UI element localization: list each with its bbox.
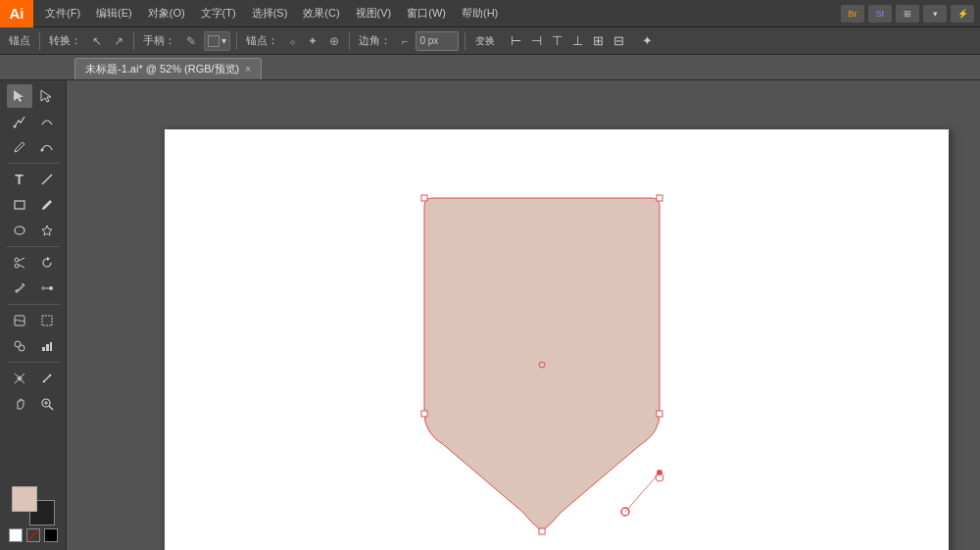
brush-tool[interactable] (34, 193, 60, 217)
menu-help[interactable]: 帮助(H) (454, 0, 506, 26)
align-center-h[interactable]: ⊣ (527, 31, 546, 51)
tab-close-btn[interactable]: × (245, 64, 251, 75)
align-top[interactable]: ⊥ (568, 31, 587, 51)
bridge-btn[interactable]: Br (841, 5, 864, 23)
black-swatch[interactable] (44, 528, 58, 542)
svg-rect-5 (15, 201, 24, 209)
transform-btn1[interactable]: ↖ (88, 31, 106, 51)
foreground-swatch[interactable] (12, 486, 37, 512)
smooth-tool[interactable] (34, 135, 60, 159)
tool-row-12 (7, 392, 60, 416)
type-tool[interactable]: T (7, 168, 32, 191)
transform-label: 转换： (46, 33, 84, 48)
line-tool[interactable] (34, 168, 60, 191)
svg-line-11 (19, 265, 24, 268)
svg-rect-17 (42, 316, 52, 325)
anchor-point-selected[interactable] (657, 470, 662, 475)
select-tool[interactable] (7, 84, 32, 108)
corner-value-input[interactable]: 0 px (416, 31, 459, 51)
tool-sep-4 (7, 362, 60, 363)
tool-row-8 (7, 276, 60, 300)
tool-row-7 (7, 251, 60, 275)
align-right[interactable]: ⊤ (548, 31, 566, 51)
curvature-tool[interactable] (34, 110, 60, 133)
swatch-row (9, 528, 58, 542)
swatch-container (12, 486, 55, 525)
workspace-btn[interactable]: ▾ (923, 5, 947, 23)
shape-builder-tool[interactable] (7, 334, 32, 358)
svg-line-4 (42, 175, 52, 184)
measure-tool[interactable] (34, 367, 60, 390)
ellipse-tool[interactable] (7, 219, 32, 242)
sep3 (236, 32, 237, 50)
ai-logo: Ai (0, 0, 33, 27)
stock-btn[interactable]: St (868, 5, 892, 23)
eyedropper-tool[interactable] (7, 276, 32, 300)
color-section (9, 486, 58, 550)
warp-tool[interactable] (7, 309, 32, 332)
pencil-tool[interactable] (7, 135, 32, 159)
hand-tool[interactable] (7, 392, 32, 416)
main-area: T (0, 80, 980, 550)
menu-text[interactable]: 文字(T) (193, 0, 244, 26)
menu-edit[interactable]: 编辑(E) (88, 0, 140, 26)
sep2 (133, 32, 134, 50)
align-left[interactable]: ⊢ (507, 31, 525, 51)
handle-bottom[interactable] (539, 528, 545, 534)
align-bottom[interactable]: ⊟ (610, 31, 628, 51)
scissor-tool[interactable] (7, 251, 32, 275)
handle-label: 手柄： (140, 33, 178, 48)
menu-bar: Ai 文件(F) 编辑(E) 对象(O) 文字(T) 选择(S) 效果(C) 视… (0, 0, 980, 27)
more-btn[interactable]: ✦ (638, 31, 657, 51)
document-tab[interactable]: 未标题-1.ai* @ 52% (RGB/预览) × (74, 58, 262, 79)
transform-btn2[interactable]: ↗ (110, 31, 127, 51)
anchor-point-btn2[interactable]: ✦ (304, 31, 321, 51)
sep4 (349, 32, 350, 50)
slice-tool[interactable] (7, 367, 32, 390)
handle-select[interactable]: ▾ (204, 31, 230, 51)
direct-select-tool[interactable] (34, 84, 60, 108)
free-transform-tool[interactable] (34, 309, 60, 332)
star-tool[interactable] (34, 219, 60, 242)
none-swatch[interactable] (26, 528, 40, 542)
svg-rect-21 (46, 344, 49, 351)
tool-row-1 (7, 84, 60, 108)
svg-line-27 (49, 406, 53, 410)
white-swatch[interactable] (9, 528, 23, 542)
rect-tool[interactable] (7, 193, 32, 217)
svg-point-19 (19, 345, 24, 351)
svg-rect-20 (42, 347, 45, 351)
transform-panel-btn[interactable]: 变换 (471, 31, 499, 51)
shape-svg[interactable] (424, 198, 660, 550)
corner-icon: ⌐ (398, 31, 412, 51)
zoom-tool[interactable] (34, 392, 60, 416)
arrange-btn[interactable]: ⊞ (896, 5, 919, 23)
menu-select[interactable]: 选择(S) (244, 0, 296, 26)
handle-dropdown-icon: ▾ (221, 35, 226, 46)
menu-view[interactable]: 视图(V) (348, 0, 400, 26)
menu-effect[interactable]: 效果(C) (295, 0, 347, 26)
svg-marker-0 (14, 90, 24, 102)
align-tools: ⊢ ⊣ ⊤ ⊥ ⊞ ⊟ (507, 31, 628, 51)
rotate-tool[interactable] (34, 251, 60, 275)
handle-tl[interactable] (421, 195, 427, 201)
handle-btn[interactable]: ✎ (182, 31, 200, 51)
svg-point-13 (41, 286, 45, 290)
anchor-point-btn[interactable]: ⬦ (285, 31, 300, 51)
handle-tr[interactable] (657, 195, 662, 201)
svg-marker-1 (41, 90, 51, 102)
menu-window[interactable]: 窗口(W) (399, 0, 454, 26)
tool-row-10 (7, 334, 60, 358)
menu-file[interactable]: 文件(F) (37, 0, 88, 26)
align-center-v[interactable]: ⊞ (589, 31, 608, 51)
pen-tool[interactable] (7, 110, 32, 133)
blend-tool[interactable] (34, 276, 60, 300)
handle-mr[interactable] (657, 411, 662, 417)
search-btn[interactable]: ⚡ (951, 5, 974, 23)
tool-row-3 (7, 135, 60, 159)
menu-object[interactable]: 对象(O) (140, 0, 193, 26)
chart-tool[interactable] (34, 334, 60, 358)
handle-ml[interactable] (421, 411, 427, 417)
anchor-point-btn3[interactable]: ⊕ (325, 31, 343, 51)
svg-point-8 (15, 258, 19, 262)
